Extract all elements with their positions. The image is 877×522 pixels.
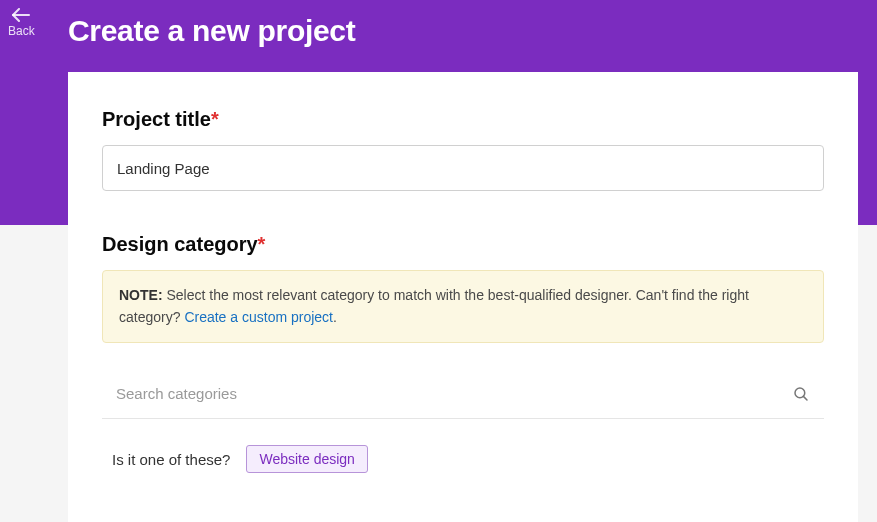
design-category-label-text: Design category <box>102 233 258 255</box>
project-title-label: Project title* <box>102 108 824 131</box>
suggestion-chip-website-design[interactable]: Website design <box>246 445 367 473</box>
note-period: . <box>333 309 337 325</box>
back-button[interactable]: Back <box>8 8 35 38</box>
suggestion-label: Is it one of these? <box>112 451 230 468</box>
suggestion-row: Is it one of these? Website design <box>102 445 824 473</box>
search-row <box>102 369 824 419</box>
project-title-input[interactable] <box>102 145 824 191</box>
required-star: * <box>258 233 266 255</box>
note-label: NOTE: <box>119 287 163 303</box>
search-icon[interactable] <box>792 385 810 403</box>
form-card: Project title* Design category* NOTE: Se… <box>68 72 858 522</box>
project-title-label-text: Project title <box>102 108 211 130</box>
note-box: NOTE: Select the most relevant category … <box>102 270 824 343</box>
required-star: * <box>211 108 219 130</box>
create-custom-project-link[interactable]: Create a custom project <box>184 309 333 325</box>
arrow-left-icon <box>11 8 31 22</box>
design-category-label: Design category* <box>102 233 824 256</box>
page-title: Create a new project <box>68 14 355 48</box>
search-categories-input[interactable] <box>116 385 792 402</box>
back-label: Back <box>8 24 35 38</box>
svg-line-2 <box>803 396 807 400</box>
